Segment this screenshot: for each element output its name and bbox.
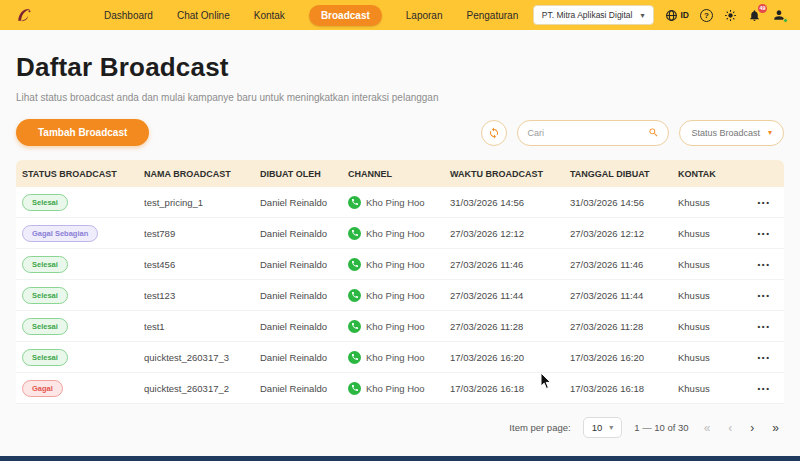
items-per-page-label: Item per page: [509, 422, 570, 433]
nav-item-pengaturan[interactable]: Pengaturan [466, 10, 518, 21]
language-toggle[interactable]: ID [665, 9, 690, 22]
status-filter-dropdown[interactable]: Status Broadcast ▾ [679, 120, 784, 146]
broadcast-time: 27/03/2026 11:44 [444, 290, 564, 301]
channel-name: Kho Ping Hoo [366, 383, 425, 394]
created-by: Daniel Reinaldo [254, 228, 342, 239]
column-header: CHANNEL [342, 169, 444, 179]
row-actions-button[interactable]: ••• [758, 198, 771, 207]
nav-item-laporan[interactable]: Laporan [406, 10, 443, 21]
broadcast-name: test_pricing_1 [138, 197, 254, 208]
search-box [517, 120, 669, 146]
created-by: Daniel Reinaldo [254, 352, 342, 363]
phone-icon [351, 322, 359, 330]
status-badge: Selesai [22, 194, 68, 211]
channel-cell: Kho Ping Hoo [342, 227, 444, 240]
whatsapp-icon [348, 289, 361, 302]
phone-icon [351, 384, 359, 392]
column-header: NAMA BROADCAST [138, 169, 254, 179]
table-row: Selesaitest456Daniel ReinaldoKho Ping Ho… [16, 249, 784, 280]
first-page-button[interactable]: « [701, 421, 714, 435]
channel-cell: Kho Ping Hoo [342, 382, 444, 395]
channel-name: Kho Ping Hoo [366, 228, 425, 239]
contact-type: Khusus [672, 321, 744, 332]
column-header: TANGGAL DIBUAT [564, 169, 672, 179]
last-page-button[interactable]: » [769, 421, 782, 435]
search-input[interactable] [527, 128, 642, 138]
company-selector[interactable]: PT. Mitra Aplikasi Digital ▾ [533, 5, 654, 25]
items-per-page-select[interactable]: 10 ▾ [583, 417, 623, 438]
row-actions-button[interactable]: ••• [758, 384, 771, 393]
toolbar: Tambah Broadcast Status Broadcast ▾ [16, 119, 784, 146]
status-badge: Gagal Sebagian [22, 225, 98, 242]
phone-icon [351, 353, 359, 361]
row-actions-button[interactable]: ••• [758, 353, 771, 362]
chevron-down-icon: ▾ [609, 423, 613, 432]
broadcast-name: quicktest_260317_2 [138, 383, 254, 394]
status-badge: Selesai [22, 318, 68, 335]
contact-type: Khusus [672, 290, 744, 301]
row-actions-button[interactable]: ••• [758, 291, 771, 300]
table-row: Gagal Sebagiantest789Daniel ReinaldoKho … [16, 218, 784, 249]
theme-toggle[interactable] [724, 9, 737, 22]
channel-name: Kho Ping Hoo [366, 321, 425, 332]
pagination-range: 1 — 10 of 30 [634, 422, 688, 433]
page-subtitle: Lihat status broadcast anda dan mulai ka… [16, 92, 784, 103]
page-title: Daftar Broadcast [16, 52, 784, 83]
nav-item-broadcast[interactable]: Broadcast [309, 5, 382, 26]
navbar-right: PT. Mitra Aplikasi Digital ▾ ID ? 49 [533, 5, 786, 25]
profile-button[interactable] [772, 8, 786, 22]
prev-page-button[interactable]: ‹ [725, 421, 735, 435]
logo-icon [14, 5, 34, 25]
nav-item-dashboard[interactable]: Dashboard [104, 10, 153, 21]
row-actions-button[interactable]: ••• [758, 260, 771, 269]
channel-cell: Kho Ping Hoo [342, 320, 444, 333]
refresh-button[interactable] [481, 120, 507, 146]
nav-item-kontak[interactable]: Kontak [254, 10, 285, 21]
whatsapp-icon [348, 320, 361, 333]
channel-cell: Kho Ping Hoo [342, 289, 444, 302]
table-body: Selesaitest_pricing_1Daniel ReinaldoKho … [16, 187, 784, 404]
add-broadcast-button[interactable]: Tambah Broadcast [16, 119, 149, 146]
row-actions-button[interactable]: ••• [758, 229, 771, 238]
phone-icon [351, 291, 359, 299]
next-page-button[interactable]: › [747, 421, 757, 435]
language-label: ID [681, 10, 690, 20]
company-name: PT. Mitra Aplikasi Digital [542, 10, 633, 20]
table-row: Selesaitest1Daniel ReinaldoKho Ping Hoo2… [16, 311, 784, 342]
channel-cell: Kho Ping Hoo [342, 258, 444, 271]
broadcast-time: 27/03/2026 11:28 [444, 321, 564, 332]
channel-cell: Kho Ping Hoo [342, 351, 444, 364]
notifications-button[interactable]: 49 [748, 9, 761, 22]
items-per-page-value: 10 [592, 422, 603, 433]
app-logo[interactable] [14, 4, 36, 26]
column-header: WAKTU BROADCAST [444, 169, 564, 179]
toolbar-right: Status Broadcast ▾ [481, 120, 784, 146]
row-actions-button[interactable]: ••• [758, 322, 771, 331]
channel-name: Kho Ping Hoo [366, 197, 425, 208]
whatsapp-icon [348, 351, 361, 364]
help-button[interactable]: ? [700, 9, 713, 22]
search-icon[interactable] [648, 127, 659, 138]
created-date: 27/03/2026 12:12 [564, 228, 672, 239]
online-status-dot [783, 18, 788, 23]
broadcast-time: 27/03/2026 11:46 [444, 259, 564, 270]
globe-icon [665, 9, 678, 22]
nav-item-chat-online[interactable]: Chat Online [177, 10, 230, 21]
created-by: Daniel Reinaldo [254, 197, 342, 208]
created-by: Daniel Reinaldo [254, 290, 342, 301]
created-date: 31/03/2026 14:56 [564, 197, 672, 208]
broadcast-name: test123 [138, 290, 254, 301]
status-badge: Selesai [22, 256, 68, 273]
contact-type: Khusus [672, 383, 744, 394]
status-badge: Selesai [22, 287, 68, 304]
refresh-icon [488, 127, 500, 139]
broadcast-name: test456 [138, 259, 254, 270]
top-navbar: DashboardChat OnlineKontakBroadcastLapor… [0, 0, 800, 30]
column-header: DIBUAT OLEH [254, 169, 342, 179]
chevron-down-icon: ▾ [768, 128, 772, 137]
created-by: Daniel Reinaldo [254, 383, 342, 394]
channel-name: Kho Ping Hoo [366, 290, 425, 301]
whatsapp-icon [348, 196, 361, 209]
channel-name: Kho Ping Hoo [366, 259, 425, 270]
phone-icon [351, 260, 359, 268]
